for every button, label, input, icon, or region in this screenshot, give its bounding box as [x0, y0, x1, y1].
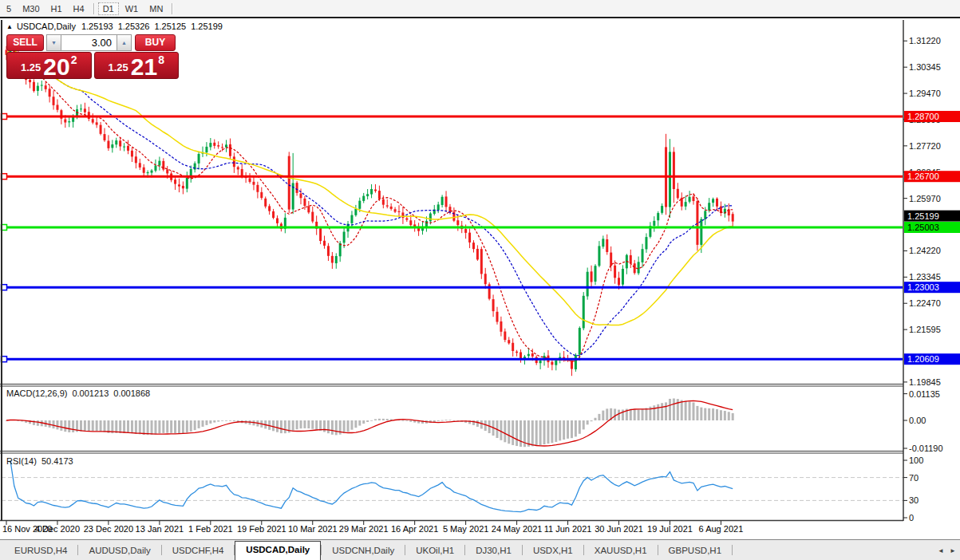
timeframe-button-H4[interactable]: H4	[69, 2, 89, 15]
date-tick-label: 11 Jun 2021	[544, 524, 592, 534]
terminal-window: 1.312201.303451.294701.285951.277201.268…	[0, 0, 960, 560]
sell-price-big: 20	[43, 56, 69, 77]
tab-separator	[732, 545, 733, 555]
volume-input[interactable]	[61, 34, 117, 51]
date-tick-label: 24 May 2021	[492, 524, 543, 534]
chart-tab-USDX-H1[interactable]: USDX,H1	[523, 542, 583, 560]
rsi-value: 50.4173	[41, 456, 73, 466]
price-tick-label: 1.30345	[909, 62, 941, 72]
timeframe-button-D1[interactable]: D1	[98, 2, 119, 15]
date-tick-label: 23 Dec 2020	[84, 524, 133, 534]
timeframe-button-M30[interactable]: M30	[18, 2, 44, 15]
buy-price-panel[interactable]: 1.25 21 8	[94, 52, 180, 79]
rsi-title: RSI(14)	[6, 456, 37, 466]
date-tick-label: 6 Aug 2021	[699, 524, 744, 534]
price-badge-label: 1.25003	[907, 223, 939, 232]
volume-increase-button[interactable]: ▲	[117, 34, 132, 51]
macd-axis-label: 0.00	[909, 416, 926, 425]
price-tick-label: 1.29470	[909, 89, 941, 98]
chart-tab-UKOil-H1[interactable]: UKOil,H1	[405, 542, 464, 560]
macd-main-value: 0.001213	[72, 388, 109, 398]
tab-scroll-left-icon[interactable]: ◄	[938, 547, 944, 554]
chart-canvas[interactable]: 1.312201.303451.294701.285951.277201.268…	[0, 0, 960, 560]
date-tick-label: 5 May 2021	[443, 524, 488, 534]
rsi-axis-label: 30	[909, 495, 919, 505]
price-tick-label: 1.24220	[909, 246, 941, 255]
triangle-up-icon: ▲	[6, 23, 13, 30]
timeframe-button-W1[interactable]: W1	[120, 2, 144, 15]
buy-button[interactable]: BUY	[135, 34, 176, 51]
rsi-indicator-label: RSI(14)50.4173	[6, 456, 78, 466]
price-tick-label: 1.19845	[909, 377, 941, 387]
low-value: 1.25125	[154, 22, 186, 31]
chart-tab-GBPUSD-H1[interactable]: GBPUSD,H1	[658, 542, 732, 560]
rsi-axis-label: 100	[909, 455, 923, 465]
timeframe-toolbar: 5M30H1H4D1W1MN	[0, 0, 960, 18]
price-tick-label: 1.22470	[909, 298, 941, 308]
price-tick-label: 1.25970	[909, 194, 941, 203]
chart-tab-bar: EURUSD,H4AUDUSD,DailyUSDCHF,H4USDCAD,Dai…	[0, 539, 960, 560]
chart-ohlc-title: ▲ USDCAD,Daily 1.25193 1.25326 1.25125 1…	[6, 22, 227, 31]
price-tick-label: 1.21595	[909, 325, 941, 334]
price-tick-label: 1.31220	[909, 36, 941, 45]
date-tick-label: 1 Feb 2021	[188, 524, 233, 534]
chart-tab-AUDUSD-Daily[interactable]: AUDUSD,Daily	[78, 542, 160, 560]
volume-decrease-button[interactable]: ▼	[46, 34, 61, 51]
buy-price-sup: 8	[158, 53, 164, 66]
chart-tab-EURUSD-H4[interactable]: EURUSD,H4	[4, 542, 77, 560]
toolbar-separator	[172, 3, 172, 14]
price-badge-label: 1.20609	[907, 354, 939, 364]
price-badge-label: 1.26700	[907, 172, 939, 181]
macd-axis-label: 0.01135	[909, 389, 940, 399]
symbol-label: USDCAD,Daily	[17, 22, 76, 31]
sell-price-panel[interactable]: 1.25 20 2	[6, 52, 92, 79]
date-tick-label: 29 Mar 2021	[339, 524, 389, 534]
macd-axis-label: -0.01190	[909, 444, 943, 453]
price-badge-label: 1.28700	[907, 112, 939, 121]
toolbar-separator	[93, 3, 94, 14]
one-click-trading-panel: SELL ▼ ▲ BUY 1.25 20 2 1.25 21 8	[6, 34, 179, 79]
date-tick-label: 10 Mar 2021	[288, 524, 338, 534]
price-badge-label: 1.25199	[907, 211, 939, 221]
chart-tab-USDCAD-Daily[interactable]: USDCAD,Daily	[235, 541, 321, 560]
timeframe-button-MN[interactable]: MN	[144, 2, 168, 15]
date-tick-label: 13 Jan 2021	[136, 524, 184, 534]
macd-signal-value: 0.001868	[113, 388, 150, 398]
date-tick-label: 19 Feb 2021	[237, 524, 286, 534]
timeframe-button-5[interactable]: 5	[2, 2, 16, 15]
tab-scroll-right-icon[interactable]: ►	[950, 547, 956, 554]
tab-scroll-nav: ◄ ►	[934, 547, 956, 554]
rsi-axis-label: 0	[909, 513, 914, 523]
price-badge-label: 1.23003	[907, 282, 939, 292]
chart-tab-XAUUSD-H1[interactable]: XAUUSD,H1	[584, 542, 658, 560]
sell-button[interactable]: SELL	[6, 34, 44, 51]
rsi-axis-label: 70	[909, 473, 919, 483]
buy-price-big: 21	[131, 56, 157, 77]
chart-tab-USDCNH-Daily[interactable]: USDCNH,Daily	[322, 542, 405, 560]
buy-price-prefix: 1.25	[109, 61, 128, 73]
open-value: 1.25193	[81, 22, 113, 31]
high-value: 1.25326	[118, 22, 150, 31]
macd-indicator-label: MACD(12,26,9)0.0012130.001868	[6, 388, 155, 398]
macd-title: MACD(12,26,9)	[6, 388, 67, 398]
price-tick-label: 1.23345	[909, 272, 941, 282]
chart-tab-DJ30-H1[interactable]: DJ30,H1	[465, 542, 522, 560]
price-tick-label: 1.27720	[909, 141, 941, 151]
date-tick-label: 4 Dec 2020	[35, 524, 80, 534]
chart-tab-USDCHF-H4[interactable]: USDCHF,H4	[162, 542, 235, 560]
close-value: 1.25199	[191, 22, 223, 31]
timeframe-button-H1[interactable]: H1	[46, 2, 67, 15]
date-tick-label: 16 Apr 2021	[391, 524, 438, 534]
date-tick-label: 19 Jul 2021	[647, 524, 693, 534]
sell-price-sup: 2	[71, 53, 77, 66]
sell-price-prefix: 1.25	[21, 61, 41, 73]
date-tick-label: 30 Jun 2021	[595, 524, 643, 534]
